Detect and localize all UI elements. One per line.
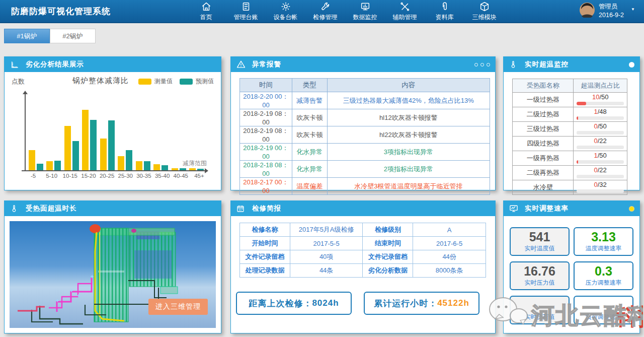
nav-label: 首页	[200, 13, 212, 22]
chart-ylabel: 点数	[12, 77, 25, 86]
panel-alarm-header: 异常报警	[231, 57, 495, 72]
alarm-row[interactable]: 2018-2-17 00：00温度偏差水冷壁3根管道温度明显高于临近管排	[240, 178, 490, 195]
nav-item-3[interactable]: 设备台帐	[266, 1, 305, 22]
boiler-3d-view[interactable]: 进入三维管理	[5, 216, 221, 333]
overtemp-row[interactable]: 一级再热器1/50	[513, 151, 627, 166]
calendar-icon	[236, 204, 248, 214]
bar-预测值-15-20	[90, 120, 97, 170]
bar-预测值-30-35	[144, 161, 150, 170]
status-ring-yellow[interactable]	[629, 206, 634, 212]
alarm-row[interactable]: 2018-2-19 08：00吹灰卡顿hl12吹灰器卡顿报警	[240, 109, 490, 126]
ratio-bar-track	[577, 116, 624, 120]
alarm-row[interactable]: 2018-2-19 08：00吹灰卡顿hl22吹灰器卡顿报警	[240, 126, 490, 144]
bar-预测值-10-15	[72, 141, 79, 170]
ratio-bar-track	[577, 175, 624, 178]
x-tick-label: 25-30	[117, 173, 134, 179]
wrench-icon	[320, 1, 331, 12]
avatar	[580, 3, 595, 20]
panel-options-dots[interactable]	[472, 63, 490, 66]
ratio-cell: 0/22	[574, 166, 627, 180]
rate-card-负荷调整速率: 负荷调整速率	[574, 296, 633, 324]
overtemp-row[interactable]: 水冷壁0/32	[513, 180, 627, 195]
bar-group-30-35	[136, 102, 150, 170]
overtemp-row[interactable]: 二级过热器1/48	[513, 107, 627, 122]
nav-item-8[interactable]: 三维模块	[464, 1, 504, 22]
x-tick-label: 40-45	[172, 173, 189, 179]
ratio-bar-track	[577, 102, 624, 105]
x-tick-label: 45+	[191, 173, 208, 179]
ratio-text: 10/50	[577, 94, 624, 100]
overtemp-row[interactable]: 一级过热器10/50	[513, 93, 627, 107]
boiler-tabs: #1锅炉#2锅炉	[4, 29, 96, 43]
repair-value: 2017-5-5	[290, 237, 363, 250]
ratio-bar-fill	[577, 102, 586, 105]
overtemp-row[interactable]: 二级再热器0/22	[513, 166, 627, 180]
alarm-cell: 2项指标出现异常	[327, 161, 490, 178]
tab-boiler-2[interactable]: #2锅炉	[50, 29, 96, 43]
bar-group-45+	[189, 102, 204, 170]
user-box[interactable]: 管理员 2016-9-2 ▼	[580, 3, 635, 20]
nav-label: 辅助管理	[393, 13, 417, 22]
repair-label: 检修名称	[240, 223, 290, 237]
rate-label: 负荷调整速率	[586, 313, 622, 321]
nav-item-4[interactable]: 检修管理	[305, 1, 345, 22]
panel-repair-brief: 检修简报 检修名称2017年5月A级检修检修级别A开始时间2017-5-5结束时…	[230, 200, 496, 333]
alarm-cell: 2018-2-19 08：00	[240, 109, 292, 126]
panel-degradation-header: 劣化分析结果展示	[5, 57, 221, 72]
alarm-row[interactable]: 2018-2-18 08：00化水异常2项指标出现异常	[240, 161, 490, 178]
alarm-cell: 水冷壁3根管道温度明显高于临近管排	[327, 178, 490, 195]
rate-label: 实时温度值	[525, 244, 555, 253]
nav-item-6[interactable]: 辅助管理	[385, 1, 425, 22]
bar-group-10-15	[64, 102, 79, 170]
nav-label: 检修管理	[313, 13, 338, 22]
ratio-bar-track	[577, 189, 624, 193]
rate-label: 实时负荷值	[525, 313, 555, 321]
thinning-chart: 点数 锅炉整体减薄比 测量值 预测值 减薄范围 -55-1010-1515-20…	[5, 72, 221, 190]
monitor-bars-icon	[360, 1, 371, 12]
repair-buttons: 距离上次检修：8024h累计运行小时：45122h	[236, 292, 479, 315]
rate-label: 实时压力值	[525, 279, 555, 287]
since-last-repair-button[interactable]: 距离上次检修：8024h	[236, 292, 352, 315]
nav-item-7[interactable]: 资料库	[425, 1, 464, 22]
panel-title: 异常报警	[252, 60, 281, 69]
cube-icon	[479, 1, 490, 12]
surface-name: 二级过热器	[513, 107, 574, 122]
nav-item-5[interactable]: 数据监控	[345, 1, 385, 22]
repair-label: 处理记录数据	[240, 264, 290, 278]
alarm-cell: 吹灰卡顿	[292, 109, 327, 126]
chevron-down-icon[interactable]: ▼	[631, 7, 635, 12]
overtemp-row[interactable]: 四级过热器0/22	[513, 137, 627, 151]
bar-测量值-30-35	[136, 161, 142, 170]
nav-label: 三维模块	[472, 13, 497, 22]
overtemp-row[interactable]: 三级过热器0/50	[513, 122, 627, 137]
status-ring[interactable]	[629, 62, 634, 68]
bar-预测值-25-30	[126, 150, 132, 170]
panel-overtemp-header: 实时超温监控	[504, 57, 639, 72]
nav-label: 设备台帐	[274, 13, 298, 22]
panel-overtemp-monitor: 实时超温监控 受热面名称超温测点占比 一级过热器10/50二级过热器1/48三级…	[503, 56, 640, 190]
alarm-cell: 2018-2-20 00：00	[240, 92, 292, 109]
total-run-hours-button[interactable]: 累计运行小时：45122h	[364, 292, 479, 315]
main-nav: 首页管理台账设备台帐检修管理数据监控辅助管理资料库三维模块	[186, 1, 504, 22]
user-meta: 管理员 2016-9-2	[599, 3, 624, 20]
repair-label: 开始时间	[240, 237, 290, 250]
nav-item-2[interactable]: 管理台账	[226, 1, 266, 22]
bar-group-40-45	[172, 102, 186, 170]
tab-boiler-1[interactable]: #1锅炉	[4, 29, 50, 43]
alarm-row[interactable]: 2018-2-20 00：00减薄告警三级过热器最大减薄值42%，危险点占比13…	[240, 92, 490, 109]
overtemp-col-header: 超温测点占比	[574, 79, 627, 93]
enter-3d-button[interactable]: 进入三维管理	[148, 299, 208, 315]
surface-name: 一级过热器	[513, 93, 574, 107]
surface-name: 二级再热器	[513, 166, 574, 180]
category-labels: -55-1010-1515-2020-2525-3030-3535-4040-4…	[25, 173, 208, 179]
bar-group-20-25	[100, 102, 115, 170]
chart-x-axis	[22, 170, 207, 171]
alarm-row[interactable]: 2018-2-19 00：00化水异常3项指标出现异常	[240, 144, 490, 161]
bar-预测值-35-40	[162, 165, 168, 170]
alarm-cell: 温度偏差	[292, 178, 327, 195]
legend-label-measured: 测量值	[154, 77, 173, 86]
surface-name: 三级过热器	[513, 122, 574, 137]
panel-title: 劣化分析结果展示	[26, 60, 84, 69]
x-tick-label: 20-25	[99, 173, 116, 179]
nav-item-1[interactable]: 首页	[186, 1, 226, 22]
